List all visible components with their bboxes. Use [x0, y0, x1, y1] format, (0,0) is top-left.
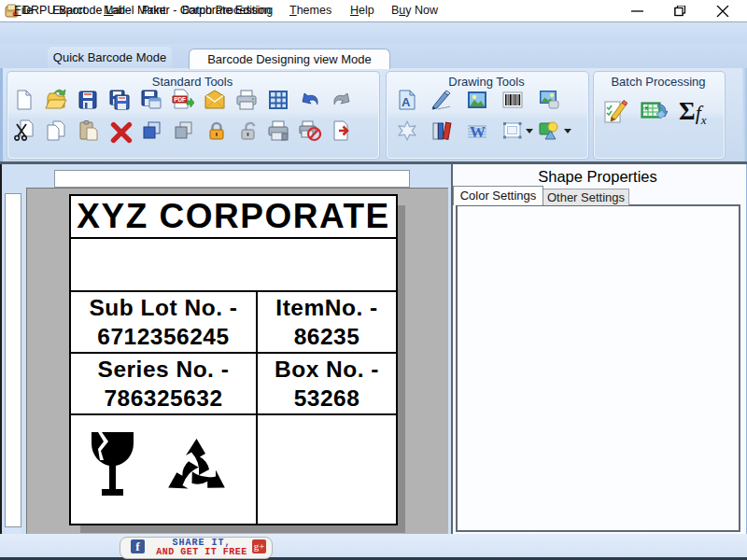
svg-text:W: W: [470, 123, 486, 141]
svg-text:PDF: PDF: [174, 96, 186, 103]
svg-text:A: A: [402, 95, 411, 109]
